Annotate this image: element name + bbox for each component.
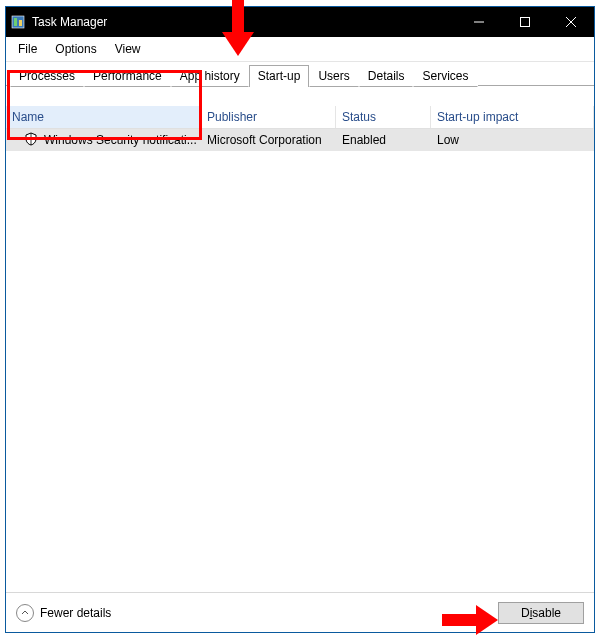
minimize-button[interactable] bbox=[456, 7, 502, 37]
shield-icon bbox=[24, 132, 38, 149]
task-manager-window: Task Manager File Options View Processes… bbox=[5, 6, 595, 633]
svg-rect-2 bbox=[19, 20, 22, 26]
menu-options[interactable]: Options bbox=[47, 39, 104, 59]
cell-name: Windows Security notificati... bbox=[6, 130, 201, 151]
window-controls bbox=[456, 7, 594, 37]
column-name[interactable]: Name bbox=[6, 106, 201, 128]
svg-rect-0 bbox=[12, 16, 24, 28]
tab-performance[interactable]: Performance bbox=[84, 65, 171, 87]
column-publisher[interactable]: Publisher bbox=[201, 106, 336, 128]
fewer-details-toggle[interactable]: Fewer details bbox=[16, 604, 111, 622]
window-title: Task Manager bbox=[32, 15, 107, 29]
cell-impact: Low bbox=[431, 131, 594, 149]
cell-status: Enabled bbox=[336, 131, 431, 149]
menu-view[interactable]: View bbox=[107, 39, 149, 59]
close-button[interactable] bbox=[548, 7, 594, 37]
table-row[interactable]: Windows Security notificati... Microsoft… bbox=[6, 129, 594, 151]
tab-details[interactable]: Details bbox=[359, 65, 414, 87]
column-startup-impact[interactable]: Start-up impact bbox=[431, 106, 594, 128]
footer: Fewer details Disable bbox=[6, 592, 594, 632]
column-status[interactable]: Status bbox=[336, 106, 431, 128]
svg-rect-4 bbox=[521, 18, 530, 27]
cell-publisher: Microsoft Corporation bbox=[201, 131, 336, 149]
row-name-text: Windows Security notificati... bbox=[44, 133, 197, 147]
titlebar: Task Manager bbox=[6, 7, 594, 37]
startup-list: Name Publisher Status Start-up impact Wi… bbox=[6, 86, 594, 592]
maximize-button[interactable] bbox=[502, 7, 548, 37]
tabstrip: Processes Performance App history Start-… bbox=[6, 64, 594, 86]
tab-services[interactable]: Services bbox=[413, 65, 477, 87]
svg-rect-1 bbox=[14, 18, 17, 26]
disable-button[interactable]: Disable bbox=[498, 602, 584, 624]
chevron-up-icon bbox=[16, 604, 34, 622]
tab-startup[interactable]: Start-up bbox=[249, 65, 310, 87]
menu-file[interactable]: File bbox=[10, 39, 45, 59]
tab-users[interactable]: Users bbox=[309, 65, 358, 87]
fewer-details-label: Fewer details bbox=[40, 606, 111, 620]
tab-app-history[interactable]: App history bbox=[171, 65, 249, 87]
menubar: File Options View bbox=[6, 37, 594, 62]
tab-processes[interactable]: Processes bbox=[10, 65, 84, 87]
app-icon bbox=[10, 14, 26, 30]
column-headers: Name Publisher Status Start-up impact bbox=[6, 106, 594, 129]
